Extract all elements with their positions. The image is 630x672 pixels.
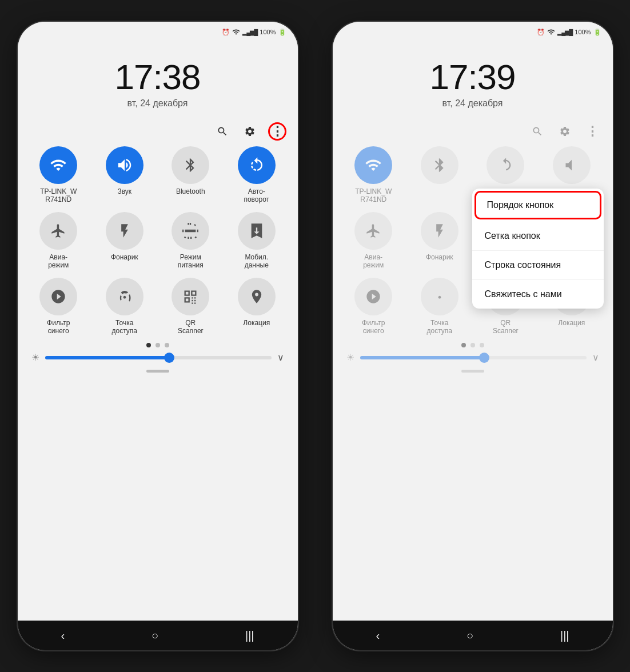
powersave-icon-left: [172, 212, 209, 250]
recents-button-left[interactable]: |||: [245, 629, 254, 642]
flashlight-label-left: Фонарик: [111, 253, 138, 261]
tile3-icon-right: [487, 146, 524, 184]
battery-right: 100%: [575, 29, 591, 35]
search-button-left[interactable]: [213, 122, 232, 141]
brightness-expand-left[interactable]: ∨: [277, 352, 284, 363]
qr-tile-left[interactable]: QRScanner: [161, 278, 221, 335]
wifi-status-right: [547, 28, 555, 36]
location-icon-left: [238, 278, 276, 315]
sound-tile-left[interactable]: Звук: [95, 146, 154, 204]
dot-1-right: [461, 343, 466, 347]
qr-label-right: QRScanner: [493, 319, 519, 335]
status-bar-right: ⏰ ▂▄▆█ 100% 🔋: [333, 22, 613, 42]
flashlight-tile-right[interactable]: Фонарик: [410, 212, 469, 270]
home-button-left[interactable]: ○: [151, 629, 158, 642]
search-button-right[interactable]: [528, 122, 547, 141]
back-button-right[interactable]: ‹: [376, 629, 380, 642]
dropdown-menu-right: Порядок кнопок Сетка кнопок Строка состо…: [472, 189, 604, 309]
hotspot-label-right: Точкадоступа: [427, 319, 452, 335]
back-button-left[interactable]: ‹: [61, 629, 65, 642]
brightness-bar-left[interactable]: ☀ ∨: [27, 352, 289, 363]
nav-bar-left: ‹ ○ |||: [18, 621, 298, 650]
home-button-right[interactable]: ○: [466, 629, 473, 642]
dot-1-left: [146, 343, 151, 347]
tile2-right[interactable]: [410, 146, 469, 204]
brightness-thumb-right[interactable]: [479, 353, 489, 363]
bluetooth-icon-left: [172, 146, 209, 184]
qs-header-left: ⋮: [27, 120, 289, 146]
hotspot-label-left: Точкадоступа: [112, 319, 137, 335]
airplane-tile-left[interactable]: Авиа-режим: [29, 212, 89, 270]
brightness-expand-right[interactable]: ∨: [592, 352, 599, 363]
dot-3-left: [165, 343, 169, 347]
qr-label-left: QRScanner: [178, 319, 204, 335]
bluetooth-label-left: Bluetooth: [176, 187, 205, 195]
battery-icon-left: 🔋: [278, 29, 286, 36]
wifi-tile-left[interactable]: TP-LINK_WR741ND: [29, 146, 89, 204]
brightness-low-icon-left: ☀: [31, 352, 39, 363]
alarm-icon-right: ⏰: [537, 29, 545, 36]
bluelight-label-right: Фильтрсинего: [362, 319, 385, 335]
airplane-tile-right[interactable]: Авиа-режим: [344, 212, 404, 270]
hotspot-tile-right[interactable]: Точкадоступа: [410, 278, 469, 335]
hotspot-tile-left[interactable]: Точкадоступа: [95, 278, 154, 335]
bluelight-icon-left: [39, 278, 77, 315]
flashlight-icon-left: [106, 212, 143, 250]
location-label-right: Локация: [558, 319, 585, 327]
bluelight-tile-right[interactable]: Фильтрсинего: [344, 278, 404, 335]
autorotate-tile-left[interactable]: Авто-поворот: [227, 146, 286, 204]
mobiledata-tile-left[interactable]: Мобил.данные: [227, 212, 286, 270]
dropdown-button-grid[interactable]: Сетка кнопок: [472, 222, 604, 251]
wifi-status-left: [232, 28, 240, 36]
brightness-track-right[interactable]: [360, 356, 587, 359]
signal-left: ▂▄▆█: [242, 29, 257, 35]
tile4-icon-right: [553, 146, 591, 184]
bluetooth-tile-left[interactable]: Bluetooth: [161, 146, 221, 204]
autorotate-icon-left: [238, 146, 276, 184]
quick-settings-left: ⋮ TP-LINK_WR741ND Звук: [18, 114, 298, 621]
settings-button-right[interactable]: [556, 122, 574, 141]
hotspot-icon-left: [106, 278, 143, 315]
airplane-icon-left: [39, 212, 77, 250]
dropdown-contact-us[interactable]: Свяжитесь с нами: [472, 280, 604, 309]
flashlight-icon-right: [421, 212, 458, 250]
alarm-icon-left: ⏰: [222, 29, 230, 36]
swipe-bar-right: [461, 370, 484, 373]
more-button-right[interactable]: ⋮: [583, 122, 601, 141]
swipe-indicator-right: [342, 367, 604, 376]
battery-left: 100%: [260, 29, 276, 35]
flashlight-tile-left[interactable]: Фонарик: [95, 212, 154, 270]
qs-header-right: ⋮: [342, 120, 604, 146]
airplane-label-left: Авиа-режим: [48, 253, 69, 270]
location-tile-left[interactable]: Локация: [227, 278, 286, 335]
sound-icon-left: [106, 146, 143, 184]
tile2-icon-right: [421, 146, 458, 184]
dropdown-button-order[interactable]: Порядок кнопок: [475, 191, 601, 219]
bluelight-tile-left[interactable]: Фильтрсинего: [29, 278, 89, 335]
nav-bar-right: ‹ ○ |||: [333, 621, 613, 650]
powersave-tile-left[interactable]: Режимпитания: [161, 212, 221, 270]
settings-button-left[interactable]: [241, 122, 259, 141]
dot-2-left: [155, 343, 160, 347]
mobiledata-icon-left: [238, 212, 276, 250]
mobiledata-label-left: Мобил.данные: [245, 253, 269, 270]
recents-button-right[interactable]: |||: [560, 629, 569, 642]
right-phone: ⏰ ▂▄▆█ 100% 🔋 17:39 вт, 24 декабря: [333, 22, 613, 650]
time-area-left: 17:38 вт, 24 декабря: [18, 42, 298, 114]
brightness-track-left[interactable]: [45, 356, 272, 359]
sound-label-left: Звук: [117, 187, 131, 195]
battery-icon-right: 🔋: [593, 29, 601, 36]
more-button-left[interactable]: ⋮: [268, 122, 286, 141]
brightness-bar-right[interactable]: ☀ ∨: [342, 352, 604, 363]
hotspot-icon-right: [421, 278, 458, 315]
brightness-thumb-left[interactable]: [164, 353, 174, 363]
powersave-label-left: Режимпитания: [178, 253, 204, 270]
time-left: 17:38: [18, 59, 298, 95]
left-phone-wrapper: ⏰ ▂▄▆█ 100% 🔋 17:38 вт, 24 декабря: [0, 0, 315, 672]
wifi-tile-right[interactable]: TP-LINK_WR741ND: [344, 146, 404, 204]
time-area-right: 17:39 вт, 24 декабря: [333, 42, 613, 114]
tiles-row2-left: Авиа-режим Фонарик Режимпитания: [27, 212, 289, 270]
dropdown-status-bar[interactable]: Строка состояния: [472, 251, 604, 280]
status-icons-left: ⏰ ▂▄▆█ 100% 🔋: [222, 28, 286, 36]
status-icons-right: ⏰ ▂▄▆█ 100% 🔋: [537, 28, 601, 36]
